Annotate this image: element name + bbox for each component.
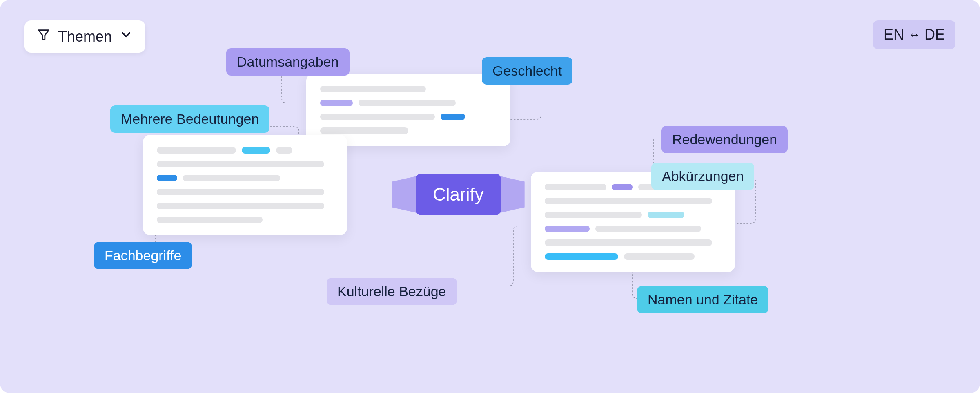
tag-mehrere-bedeutungen[interactable]: Mehrere Bedeutungen	[110, 105, 270, 133]
swap-icon: ↔	[908, 28, 920, 42]
diagram-canvas: Themen EN ↔ DE	[0, 0, 980, 393]
tag-namen-und-zitate[interactable]: Namen und Zitate	[637, 286, 768, 313]
filter-icon	[37, 28, 51, 45]
tag-datumsangaben[interactable]: Datumsangaben	[226, 48, 350, 76]
themen-label: Themen	[58, 28, 112, 45]
tag-geschlecht[interactable]: Geschlecht	[482, 57, 572, 85]
tag-kulturelle-bezuege[interactable]: Kulturelle Bezüge	[327, 278, 457, 305]
document-card-1	[143, 135, 347, 235]
tag-abkuerzungen[interactable]: Abkürzungen	[651, 163, 754, 190]
lang-from: EN	[884, 26, 904, 43]
clarify-center: Clarify	[392, 174, 525, 215]
chevron-down-icon	[119, 28, 133, 45]
language-pair-badge[interactable]: EN ↔ DE	[873, 20, 956, 49]
themen-dropdown[interactable]: Themen	[24, 20, 145, 53]
tag-fachbegriffe[interactable]: Fachbegriffe	[94, 242, 192, 269]
lang-to: DE	[924, 26, 945, 43]
clarify-wrapper-left	[392, 176, 416, 213]
clarify-wrapper-right	[500, 176, 525, 213]
tag-redewendungen[interactable]: Redewendungen	[662, 126, 788, 153]
svg-marker-0	[38, 30, 49, 40]
clarify-label: Clarify	[416, 174, 501, 215]
